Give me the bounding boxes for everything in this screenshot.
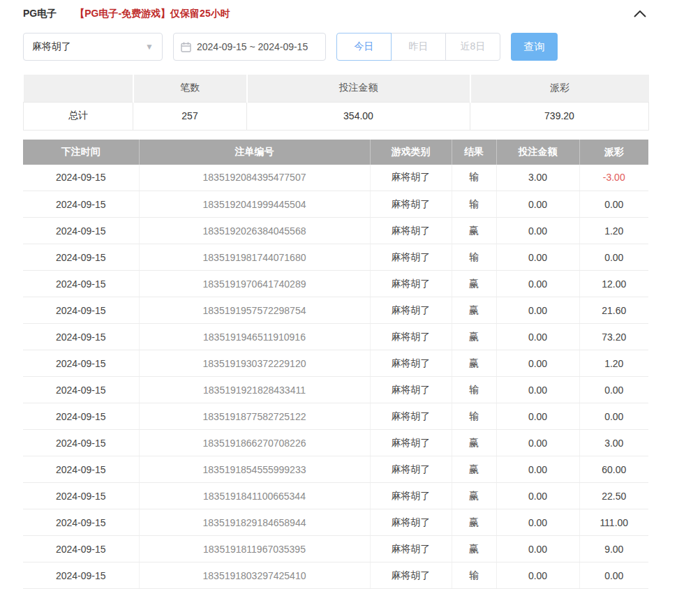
search-button[interactable]: 查询 xyxy=(511,33,558,61)
date-range-value: 2024-09-15 ~ 2024-09-15 xyxy=(197,41,308,52)
cell-game_type: 麻将胡了 xyxy=(370,350,452,377)
cell-game_type: 麻将胡了 xyxy=(370,377,452,403)
cell-payout: 0.00 xyxy=(579,244,648,271)
cell-game_type: 麻将胡了 xyxy=(370,403,452,430)
table-row: 2024-09-151835191877582725122麻将胡了输0.000.… xyxy=(23,403,648,430)
page-title: PG电子 xyxy=(23,8,57,20)
cell-game_type: 麻将胡了 xyxy=(370,244,452,271)
game-select[interactable]: 麻将胡了 ▼ xyxy=(23,33,163,61)
cell-bet_time: 2024-09-15 xyxy=(23,297,139,324)
chevron-up-icon xyxy=(634,10,646,17)
cell-payout: 1.20 xyxy=(579,218,648,244)
cell-payout: 21.60 xyxy=(579,297,648,324)
summary-payout-value: 739.20 xyxy=(470,102,649,130)
cell-order_id: 1835191829184658944 xyxy=(139,509,370,536)
chevron-down-icon: ▼ xyxy=(145,42,154,52)
cell-game_type: 麻将胡了 xyxy=(370,562,452,589)
summary-bet-amount-value: 354.00 xyxy=(247,102,470,130)
cell-payout: 0.00 xyxy=(579,562,648,589)
cell-order_id: 1835191877582725122 xyxy=(139,403,370,430)
cell-game_type: 麻将胡了 xyxy=(370,509,452,536)
cell-result: 输 xyxy=(452,562,496,589)
cell-bet_amount: 0.00 xyxy=(496,244,579,271)
collapse-button[interactable] xyxy=(632,6,648,22)
table-row: 2024-09-151835192041999445504麻将胡了输0.000.… xyxy=(23,191,648,218)
cell-payout: 22.50 xyxy=(579,483,648,509)
column-header-bet_amount: 投注金额 xyxy=(496,140,579,165)
cell-bet_amount: 0.00 xyxy=(496,271,579,297)
quick-date-group: 今日 昨日 近8日 xyxy=(336,33,500,61)
table-row: 2024-09-151835191930372229120麻将胡了赢0.001.… xyxy=(23,350,648,377)
cell-order_id: 1835192084395477507 xyxy=(139,165,370,191)
cell-order_id: 1835191981744071680 xyxy=(139,244,370,271)
table-row: 2024-09-151835191811967035395麻将胡了赢0.009.… xyxy=(23,536,648,562)
column-header-payout: 派彩 xyxy=(579,140,648,165)
table-row: 2024-09-151835191981744071680麻将胡了输0.000.… xyxy=(23,244,648,271)
table-row: 2024-09-151835191921828433411麻将胡了输0.000.… xyxy=(23,377,648,403)
table-row: 2024-09-151835191841100665344麻将胡了赢0.0022… xyxy=(23,483,648,509)
cell-bet_time: 2024-09-15 xyxy=(23,536,139,562)
cell-bet_amount: 0.00 xyxy=(496,483,579,509)
cell-bet_time: 2024-09-15 xyxy=(23,456,139,483)
cell-result: 赢 xyxy=(452,509,496,536)
cell-bet_amount: 0.00 xyxy=(496,297,579,324)
cell-game_type: 麻将胡了 xyxy=(370,430,452,456)
table-row: 2024-09-151835192026384045568麻将胡了赢0.001.… xyxy=(23,218,648,244)
cell-result: 输 xyxy=(452,403,496,430)
table-row: 2024-09-151835191946511910916麻将胡了赢0.0073… xyxy=(23,324,648,350)
table-row: 2024-09-151835192084395477507麻将胡了输3.00-3… xyxy=(23,165,648,191)
bet-table-body: 2024-09-151835192084395477507麻将胡了输3.00-3… xyxy=(23,165,648,589)
cell-game_type: 麻将胡了 xyxy=(370,324,452,350)
summary-row: 总计 257 354.00 739.20 xyxy=(24,102,649,130)
cell-bet_amount: 0.00 xyxy=(496,324,579,350)
cell-game_type: 麻将胡了 xyxy=(370,483,452,509)
cell-bet_time: 2024-09-15 xyxy=(23,509,139,536)
column-header-order_id: 注单编号 xyxy=(139,140,370,165)
cell-result: 赢 xyxy=(452,483,496,509)
last-8-days-button[interactable]: 近8日 xyxy=(445,33,500,61)
cell-bet_time: 2024-09-15 xyxy=(23,430,139,456)
cell-bet_amount: 0.00 xyxy=(496,350,579,377)
summary-header-row: 笔数 投注金额 派彩 xyxy=(24,75,649,102)
cell-bet_time: 2024-09-15 xyxy=(23,191,139,218)
cell-bet_amount: 0.00 xyxy=(496,191,579,218)
summary-header-empty xyxy=(24,75,133,102)
cell-bet_amount: 0.00 xyxy=(496,403,579,430)
today-button[interactable]: 今日 xyxy=(336,33,392,61)
cell-result: 赢 xyxy=(452,350,496,377)
cell-order_id: 1835191946511910916 xyxy=(139,324,370,350)
cell-order_id: 1835191854555999233 xyxy=(139,456,370,483)
cell-bet_time: 2024-09-15 xyxy=(23,377,139,403)
bet-table: 下注时间注单编号游戏类别结果投注金额派彩 2024-09-15183519208… xyxy=(23,140,648,589)
column-header-game_type: 游戏类别 xyxy=(370,140,452,165)
cell-result: 赢 xyxy=(452,324,496,350)
cell-bet_time: 2024-09-15 xyxy=(23,350,139,377)
cell-payout: 3.00 xyxy=(579,430,648,456)
cell-bet_time: 2024-09-15 xyxy=(23,324,139,350)
cell-bet_time: 2024-09-15 xyxy=(23,165,139,191)
cell-order_id: 1835191866270708226 xyxy=(139,430,370,456)
bet-table-header-row: 下注时间注单编号游戏类别结果投注金额派彩 xyxy=(23,140,648,165)
cell-order_id: 1835191841100665344 xyxy=(139,483,370,509)
cell-bet_time: 2024-09-15 xyxy=(23,244,139,271)
table-row: 2024-09-151835191970641740289麻将胡了赢0.0012… xyxy=(23,271,648,297)
notice-text: 【PG电子-免费游戏】仅保留25小时 xyxy=(75,8,230,20)
cell-payout: 0.00 xyxy=(579,191,648,218)
yesterday-button[interactable]: 昨日 xyxy=(391,33,446,61)
cell-bet_time: 2024-09-15 xyxy=(23,403,139,430)
table-row: 2024-09-151835191803297425410麻将胡了输0.000.… xyxy=(23,562,648,589)
game-select-value: 麻将胡了 xyxy=(32,40,71,53)
cell-bet_amount: 0.00 xyxy=(496,430,579,456)
cell-payout: 73.20 xyxy=(579,324,648,350)
cell-bet_time: 2024-09-15 xyxy=(23,218,139,244)
records-panel: PG电子 【PG电子-免费游戏】仅保留25小时 麻将胡了 ▼ xyxy=(0,0,700,589)
date-range-input[interactable]: 2024-09-15 ~ 2024-09-15 xyxy=(173,33,326,61)
panel-header: PG电子 【PG电子-免费游戏】仅保留25小时 xyxy=(23,0,648,28)
cell-bet_time: 2024-09-15 xyxy=(23,271,139,297)
summary-header-count: 笔数 xyxy=(133,75,247,102)
cell-payout: 0.00 xyxy=(579,403,648,430)
summary-total-label: 总计 xyxy=(24,102,133,130)
cell-order_id: 1835192041999445504 xyxy=(139,191,370,218)
cell-order_id: 1835191930372229120 xyxy=(139,350,370,377)
cell-result: 输 xyxy=(452,165,496,191)
